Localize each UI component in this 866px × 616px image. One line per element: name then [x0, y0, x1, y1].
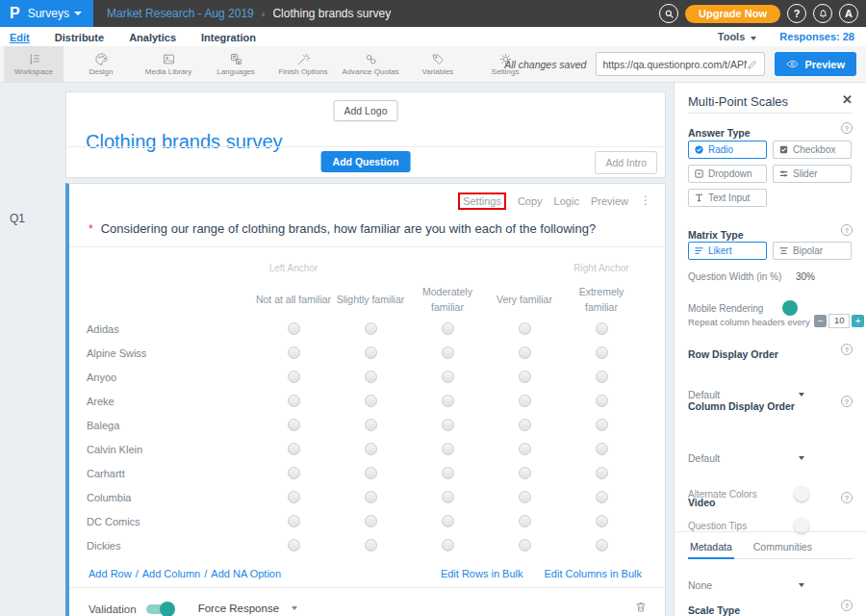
stepper-value[interactable]: 10	[828, 314, 850, 328]
radio-button[interactable]	[288, 371, 300, 383]
radio-button[interactable]	[596, 443, 608, 455]
toolbar-item-languages[interactable]: Languages	[206, 46, 266, 82]
add-row-link[interactable]: Add Row	[89, 568, 132, 579]
preview-button[interactable]: Preview	[775, 52, 856, 76]
survey-url-field[interactable]	[596, 52, 765, 76]
radio-button[interactable]	[288, 467, 300, 479]
answer-type-slider[interactable]: Slider	[773, 165, 852, 183]
nav-item-analytics[interactable]: Analytics	[129, 32, 176, 43]
toolbar-item-media-library[interactable]: Media Library	[139, 46, 198, 82]
radio-button[interactable]	[519, 491, 531, 503]
radio-button[interactable]	[519, 515, 531, 527]
radio-button[interactable]	[288, 443, 300, 455]
toolbar-item-advance-quotas[interactable]: Advance Quotas	[341, 46, 400, 82]
radio-button[interactable]	[596, 419, 608, 431]
radio-button[interactable]	[519, 443, 531, 455]
close-icon[interactable]: ✕	[842, 92, 853, 107]
matrix-row-label[interactable]: Carhartt	[87, 468, 255, 479]
radio-button[interactable]	[365, 491, 377, 503]
radio-button[interactable]	[442, 419, 454, 431]
radio-button[interactable]	[442, 443, 454, 455]
radio-button[interactable]	[288, 346, 300, 359]
radio-button[interactable]	[519, 419, 531, 431]
right-anchor-label[interactable]: Right Anchor	[563, 263, 640, 273]
tab-communities[interactable]: Communities	[751, 541, 814, 552]
radio-button[interactable]	[365, 515, 377, 527]
radio-button[interactable]	[442, 539, 454, 552]
question-width-value[interactable]: 30%	[796, 271, 815, 282]
question-action-preview[interactable]: Preview	[591, 195, 628, 207]
column-display-order-select[interactable]: Default	[688, 452, 866, 464]
toolbar-item-finish-options[interactable]: Finish Options	[273, 46, 333, 82]
matrix-column-header[interactable]: Very familiar	[486, 284, 563, 317]
edit-rows-bulk-link[interactable]: Edit Rows in Bulk	[441, 568, 523, 579]
product-switcher[interactable]: Surveys	[28, 7, 82, 20]
matrix-type-bipolar[interactable]: Bipolar	[773, 242, 852, 260]
help-icon[interactable]: ?	[841, 396, 853, 407]
matrix-row-label[interactable]: Dickies	[87, 540, 255, 552]
question-action-settings[interactable]: Settings	[458, 192, 506, 210]
radio-button[interactable]	[519, 346, 531, 359]
matrix-row-label[interactable]: DC Comics	[87, 516, 255, 527]
radio-button[interactable]	[519, 467, 531, 479]
radio-button[interactable]	[596, 491, 608, 503]
toolbar-item-variables[interactable]: Variables	[408, 46, 468, 82]
radio-button[interactable]	[519, 395, 531, 407]
question-action-copy[interactable]: Copy	[518, 195, 543, 207]
add-na-option-link[interactable]: Add NA Option	[211, 568, 281, 579]
radio-button[interactable]	[365, 346, 377, 359]
video-select[interactable]: None	[688, 579, 866, 591]
edit-pencil-icon[interactable]	[747, 59, 758, 70]
matrix-row-label[interactable]: Alpine Swiss	[87, 347, 255, 359]
tools-menu[interactable]: Tools	[718, 31, 757, 42]
radio-button[interactable]	[596, 395, 608, 407]
question-action-logic[interactable]: Logic	[554, 195, 579, 207]
answer-type-text-input[interactable]: Text Input	[688, 189, 767, 207]
answer-type-checkbox[interactable]: Checkbox	[773, 141, 852, 159]
radio-button[interactable]	[596, 322, 608, 335]
help-button[interactable]: ?	[787, 4, 806, 23]
radio-button[interactable]	[442, 346, 454, 359]
toolbar-item-workspace[interactable]: Workspace	[4, 46, 64, 82]
question-text[interactable]: Considering our range of clothing brands…	[101, 221, 597, 236]
add-intro-button[interactable]: Add Intro	[595, 151, 657, 174]
answer-type-radio[interactable]: Radio	[688, 141, 767, 159]
radio-button[interactable]	[442, 322, 454, 335]
help-icon[interactable]: ?	[841, 492, 853, 503]
radio-button[interactable]	[442, 467, 454, 479]
more-options-icon[interactable]: ⋮	[640, 197, 651, 204]
matrix-column-header[interactable]: Slightly familiar	[332, 284, 409, 317]
nav-item-integration[interactable]: Integration	[201, 32, 256, 43]
radio-button[interactable]	[596, 467, 608, 479]
matrix-row-label[interactable]: Balega	[87, 420, 255, 431]
notifications-button[interactable]	[813, 4, 832, 23]
stepper-plus-button[interactable]: +	[852, 315, 864, 327]
radio-button[interactable]	[365, 443, 377, 455]
responses-count-link[interactable]: Responses: 28	[779, 31, 854, 42]
app-logo-block[interactable]: P Surveys	[0, 0, 93, 27]
matrix-row-label[interactable]: Adidas	[87, 323, 255, 335]
radio-button[interactable]	[519, 322, 531, 335]
nav-item-edit[interactable]: Edit	[10, 32, 30, 43]
matrix-column-header[interactable]: Moderately familiar	[409, 284, 486, 317]
radio-button[interactable]	[596, 539, 608, 552]
matrix-row-label[interactable]: Areke	[87, 396, 255, 407]
radio-button[interactable]	[288, 515, 300, 527]
question-text-line[interactable]: *Considering our range of clothing brand…	[69, 210, 665, 236]
radio-button[interactable]	[596, 515, 608, 527]
radio-button[interactable]	[288, 322, 300, 335]
radio-button[interactable]	[288, 491, 300, 503]
radio-button[interactable]	[442, 395, 454, 407]
tab-metadata[interactable]: Metadata	[688, 541, 734, 552]
help-icon[interactable]: ?	[841, 224, 853, 236]
help-icon[interactable]: ?	[841, 122, 853, 134]
delete-question-button[interactable]	[634, 600, 648, 616]
matrix-type-likert[interactable]: Likert	[688, 242, 767, 260]
matrix-row-label[interactable]: Calvin Klein	[87, 444, 255, 455]
radio-button[interactable]	[442, 515, 454, 527]
radio-button[interactable]	[365, 467, 377, 479]
force-response-select[interactable]: Force Response	[194, 601, 301, 616]
matrix-column-header[interactable]: Not at all familiar	[255, 284, 332, 317]
add-question-button[interactable]: Add Question	[321, 151, 411, 172]
stepper-minus-button[interactable]: −	[814, 315, 827, 327]
